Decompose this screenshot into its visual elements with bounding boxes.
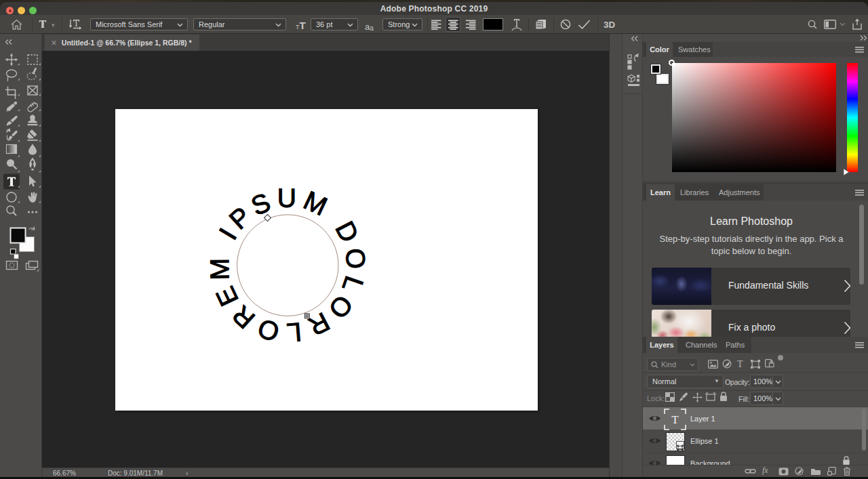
svg-text:T: T <box>671 413 679 426</box>
svg-text:3D: 3D <box>604 20 615 29</box>
svg-text:LOREM IPSUM DOLOR: LOREM IPSUM DOLOR <box>205 184 371 348</box>
